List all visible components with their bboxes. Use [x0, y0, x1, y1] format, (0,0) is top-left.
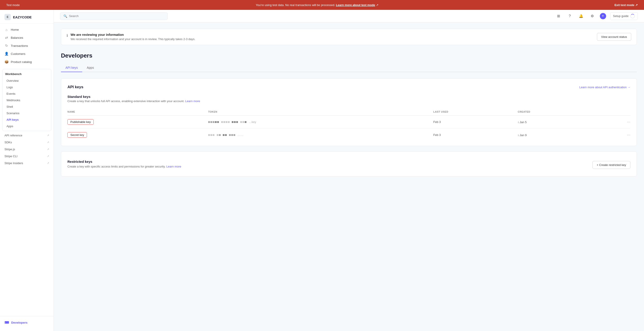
company-name: EAZYCODE — [13, 15, 32, 19]
token-blur-display: …key — [208, 120, 256, 124]
view-account-status-button[interactable]: View account status — [597, 33, 631, 41]
col-header-last-used: LAST USED — [433, 108, 518, 116]
api-keys-card-header: API keys Learn more about API authentica… — [68, 85, 630, 89]
workbench-header[interactable]: Workbench — [2, 70, 51, 77]
home-icon: ⌂ — [4, 28, 8, 31]
search-input[interactable] — [69, 14, 164, 18]
col-header-actions — [602, 108, 630, 116]
workbench-group: Workbench Overview Logs Events Webhooks … — [2, 69, 51, 131]
sidebar-item-logs[interactable]: Logs — [2, 84, 51, 90]
sidebar-item-stripe-insiders[interactable]: Stripe Insiders ↗ — [0, 160, 54, 167]
info-banner-text: ℹ We are reviewing your information We r… — [66, 33, 196, 41]
restricted-keys-header: Restricted keys Create a key with specif… — [68, 160, 630, 170]
sidebar-nav: ⌂ Home ⇄ Balances ↻ Transactions 👤 Custo… — [0, 23, 54, 68]
sidebar-item-product-catalog[interactable]: 📦 Product catalog — [0, 58, 54, 66]
sidebar-item-balances[interactable]: ⇄ Balances — [0, 33, 54, 42]
standard-keys-title-row: Standard keys — [68, 95, 630, 98]
setup-guide-label: Setup guide — [613, 14, 628, 18]
restricted-keys-subtitle: Create a key with specific access limits… — [68, 165, 181, 168]
table-header-row: NAME TOKEN LAST USED CREATED — [68, 108, 630, 116]
tab-api-keys[interactable]: API keys — [61, 64, 82, 72]
sidebar-item-transactions[interactable]: ↻ Transactions — [0, 42, 54, 50]
banner-message: You're using test data. No real transact… — [20, 3, 614, 7]
external-link-icon: ↗ — [47, 155, 49, 158]
secret-key-token: …… — [208, 129, 433, 142]
restricted-keys-header-left: Restricted keys Create a key with specif… — [68, 160, 181, 170]
secret-key-actions[interactable]: ··· — [602, 129, 630, 142]
col-header-token: TOKEN — [208, 108, 433, 116]
key-name-cell: Secret key — [68, 129, 208, 142]
sidebar-item-webhooks[interactable]: Webhooks — [2, 97, 51, 103]
sidebar-item-overview[interactable]: Overview — [2, 77, 51, 84]
setup-progress-indicator — [630, 14, 635, 18]
developers-label: Developers — [11, 321, 28, 324]
sidebar-item-label: Balances — [11, 36, 23, 39]
standard-keys-learn-more[interactable]: Learn more — [185, 99, 200, 103]
api-auth-learn-more-link[interactable]: Learn more about API authentication → — [579, 85, 630, 89]
sidebar-item-scenarios[interactable]: Scenarios — [2, 110, 51, 116]
content-area: ℹ We are reviewing your information We r… — [54, 22, 644, 188]
main-content: 🔍 ⊞ ? 🔔 ⚙ + Setup guide ℹ — [54, 10, 644, 331]
product-catalog-icon: 📦 — [4, 60, 8, 64]
standard-keys-subtitle: Create a key that unlocks full API acces… — [68, 99, 630, 103]
sidebar-item-label: Home — [11, 28, 19, 31]
sidebar-item-label: Product catalog — [11, 60, 32, 64]
sidebar-item-label: Transactions — [11, 44, 28, 47]
search-bar[interactable]: 🔍 — [60, 12, 168, 20]
setup-guide-button[interactable]: Setup guide — [610, 12, 638, 20]
sidebar-item-apps[interactable]: Apps — [2, 123, 51, 129]
publishable-key-created-cell: ℹ Jan 5 — [518, 116, 602, 129]
transactions-icon: ↻ — [4, 44, 8, 48]
info-banner-body: We are reviewing your information We rec… — [70, 33, 196, 41]
help-icon[interactable]: ? — [566, 12, 574, 20]
sidebar-item-home[interactable]: ⌂ Home — [0, 26, 54, 33]
learn-more-link[interactable]: Learn more about test mode — [336, 3, 375, 7]
add-button[interactable]: + — [600, 13, 606, 19]
external-link-icon: ↗ — [47, 134, 49, 137]
sidebar-item-sdks[interactable]: SDKs ↗ — [0, 139, 54, 146]
logo-icon: E — [4, 14, 11, 20]
info-banner: ℹ We are reviewing your information We r… — [61, 29, 637, 45]
api-keys-title: API keys — [68, 85, 83, 89]
api-keys-card: API keys Learn more about API authentica… — [61, 78, 637, 146]
tab-apps[interactable]: Apps — [82, 64, 98, 72]
sidebar-item-api-reference[interactable]: API reference ↗ — [0, 132, 54, 139]
header-actions: ⊞ ? 🔔 ⚙ + Setup guide — [555, 12, 638, 20]
info-banner-description: We received the required information and… — [70, 37, 196, 41]
info-icon-small: ℹ — [518, 134, 519, 137]
sidebar-logo: E EAZYCODE — [0, 10, 54, 23]
sidebar-item-stripe-cli[interactable]: Stripe CLI ↗ — [0, 153, 54, 160]
standard-keys-section: Standard keys Create a key that unlocks … — [68, 95, 630, 141]
sidebar-item-shell[interactable]: Shell — [2, 103, 51, 110]
restricted-keys-learn-more[interactable]: Learn more — [166, 165, 181, 168]
sidebar-item-events[interactable]: Events — [2, 90, 51, 97]
search-icon: 🔍 — [64, 14, 67, 18]
external-link-icon: ↗ — [47, 162, 49, 165]
sidebar: E EAZYCODE ⌂ Home ⇄ Balances ↻ Transacti… — [0, 10, 54, 331]
token-blur-display: …… — [208, 133, 243, 137]
publishable-key-actions[interactable]: ··· — [602, 116, 630, 129]
publishable-key-last-used: Feb 3 — [433, 116, 518, 129]
exit-test-mode-button[interactable]: Exit test mode ↗ — [614, 3, 638, 7]
sidebar-item-stripejs[interactable]: Stripe.js ↗ — [0, 146, 54, 153]
customers-icon: 👤 — [4, 52, 8, 56]
secret-key-created: Jan 9 — [520, 133, 526, 137]
table-row: Publishable key — [68, 116, 630, 129]
create-restricted-key-button[interactable]: + Create restricted key — [592, 161, 630, 169]
col-header-created: CREATED — [518, 108, 602, 116]
col-header-name: NAME — [68, 108, 208, 116]
publishable-key-badge: Publishable key — [68, 119, 94, 125]
apps-grid-icon[interactable]: ⊞ — [555, 12, 562, 20]
sidebar-item-customers[interactable]: 👤 Customers — [0, 50, 54, 58]
settings-icon[interactable]: ⚙ — [589, 12, 596, 20]
test-mode-label: Test mode — [6, 3, 20, 7]
table-row: Secret key — [68, 129, 630, 142]
standard-keys-title: Standard keys — [68, 95, 90, 98]
notifications-icon[interactable]: 🔔 — [578, 12, 584, 20]
sidebar-item-api-keys[interactable]: API keys — [2, 116, 51, 123]
top-header: 🔍 ⊞ ? 🔔 ⚙ + Setup guide — [54, 10, 644, 22]
secret-key-created-cell: ℹ Jan 9 — [518, 129, 602, 142]
sidebar-item-label: Customers — [11, 52, 25, 55]
sidebar-item-developers[interactable]: ⌨ Developers — [0, 319, 54, 327]
external-link-icon: ↗ — [47, 148, 49, 151]
